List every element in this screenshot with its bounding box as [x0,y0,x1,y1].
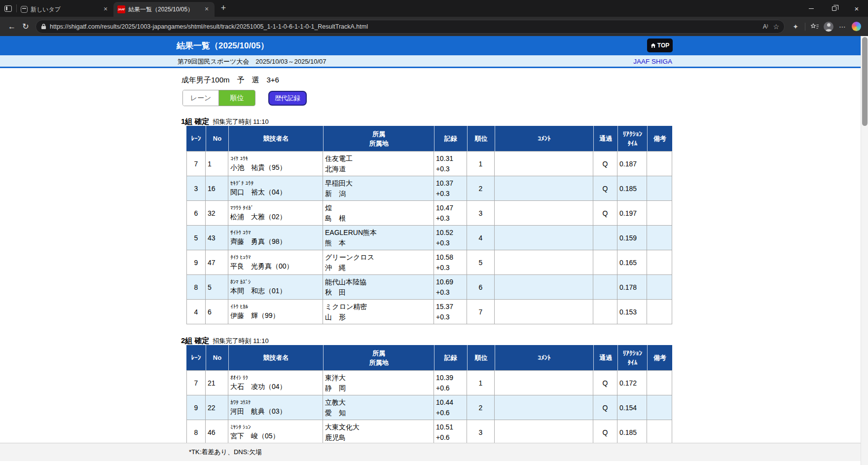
all-time-records-button[interactable]: 歴代記録 [268,91,307,106]
mark-cell: 10.69+0.3 [434,275,467,300]
affiliation-cell-line1: 能代山本陸協 [325,277,432,287]
favorites-icon[interactable] [808,20,822,34]
top-button[interactable]: TOP [647,39,673,52]
bib-number-cell: 21 [206,371,228,395]
note-cell [647,275,672,300]
extensions-icon[interactable]: ✦ [789,20,802,34]
restore-icon [832,6,836,11]
note-cell [647,176,672,201]
top-button-label: TOP [657,42,669,49]
restore-button[interactable] [823,0,845,17]
back-button[interactable]: ← [5,20,19,34]
profile-avatar[interactable] [822,20,835,34]
affiliation-cell-line1: 大東文化大 [325,422,432,432]
close-tab-icon[interactable]: × [102,5,109,13]
url-text[interactable]: https://shigatf.com/results/2025/1003-ja… [50,23,760,30]
mark-cell-line1: 10.58 [436,252,465,263]
group-title: 2組 確定 [181,336,210,345]
athlete-name-cell-line2: 宮下 峻（05） [230,431,321,441]
minimize-button[interactable] [800,0,823,17]
athlete-name-cell-line2: 小池 祐貴（95） [230,162,321,173]
lane-view-button[interactable]: レーン [183,90,219,106]
bib-number-cell: 46 [206,420,228,445]
header-row: ﾚｰﾝNo競技者名所属 所属地記録順位ｺﾒﾝﾄ通過ﾘｱｸｼｮﾝ ﾀｲﾑ備考 [186,126,672,152]
column-header: 順位 [467,126,495,152]
pass-cell: Q [593,371,617,395]
mark-cell-line1: 10.47 [436,203,465,213]
place-cell: 1 [467,152,495,176]
scrollbar-thumb[interactable] [862,37,868,126]
affiliation-cell-line2: 秋 田 [325,287,432,298]
reaction-time-cell: 0.153 [617,300,647,324]
results-table: ﾚｰﾝNo競技者名所属 所属地記録順位ｺﾒﾝﾄ通過ﾘｱｸｼｮﾝ ﾀｲﾑ備考721… [186,345,672,445]
pass-cell: Q [593,395,617,420]
toolbar-divider [805,23,805,31]
result-row: 316ｾｷｸﾞﾁ ﾕｳﾀ関口 裕太（04）早稲田大新 潟10.37+0.32Q0… [186,176,672,201]
athlete-name-cell: ｻｲﾄｳ ﾕｳﾏ齊藤 勇真（98） [228,226,323,250]
affiliation-cell-line2: 沖 縄 [325,263,432,273]
bib-number-cell: 6 [206,300,228,324]
place-cell: 7 [467,300,495,324]
note-cell [647,226,672,250]
reaction-time-cell: 0.185 [617,176,647,201]
lane-cell: 4 [186,300,206,324]
athlete-name-cell: ｾｷｸﾞﾁ ﾕｳﾀ関口 裕太（04） [228,176,323,201]
result-row: 71ｺｲｹ ﾕｳｷ小池 祐貴（95）住友電工北海道10.31+0.31Q0.18… [186,152,672,176]
athlete-name-cell: ﾐﾔｼﾀ ｼｭﾝ宮下 峻（05） [228,420,323,445]
mark-cell-line2: +0.3 [436,213,465,224]
toolbar-actions: ✦ ⋯ [789,20,863,34]
mark-cell-line1: 10.37 [436,178,465,189]
meet-title: 第79回国民スポーツ大会 2025/10/03～2025/10/07 [178,55,326,68]
close-tab-icon[interactable]: × [203,5,211,13]
read-aloud-icon[interactable]: A) [763,23,768,30]
reaction-time-cell: 0.159 [617,226,647,250]
favorite-star-icon[interactable]: ☆ [773,23,779,31]
column-header: 記録 [434,126,467,152]
mark-cell-line1: 10.52 [436,228,465,238]
athlete-name-cell-line2: 関口 裕太（04） [230,187,321,197]
column-header: ｺﾒﾝﾄ [495,126,593,152]
copilot-icon[interactable] [849,20,863,34]
bib-number-cell: 22 [206,395,228,420]
column-header: 記録 [434,345,467,371]
athlete-name-cell-line1: ｲﾄｳ ﾋｶﾙ [230,303,321,310]
affiliation-cell: 住友電工北海道 [323,152,434,176]
group-title: 1組 確定 [181,117,210,125]
rank-view-button[interactable]: 順位 [219,90,255,106]
place-cell: 3 [467,201,495,226]
note-cell [647,201,672,226]
comment-cell [495,176,593,201]
bib-number-cell: 16 [206,176,228,201]
athlete-name-cell-line1: ﾎﾝﾏ ｶｽﾞｼ [230,278,321,286]
column-header: 所属 所属地 [323,345,434,371]
jaaf-shiga-link[interactable]: JAAF SHIGA [633,55,672,68]
refresh-button[interactable]: ↻ [19,20,33,34]
new-tab-button[interactable]: + [217,1,230,15]
comment-cell [495,371,593,395]
column-header: No [206,126,228,152]
close-window-button[interactable]: × [845,0,868,17]
affiliation-cell: グリーンクロス沖 縄 [323,250,434,275]
tab-new-tab[interactable]: 新しいタブ × [17,2,113,17]
settings-more-icon[interactable]: ⋯ [835,20,849,34]
affiliation-cell-line1: 立教大 [325,397,432,408]
mark-cell-line1: 10.51 [436,422,465,432]
pass-cell: Q [593,420,617,445]
result-row: 632ﾏﾂｳﾗ ﾀｲｶﾞ松浦 大雅（02）煌島 根10.47+0.33Q0.19… [186,201,672,226]
lane-cell: 8 [186,275,206,300]
reaction-time-cell: 0.185 [617,420,647,445]
tab-actions-menu[interactable] [0,0,16,17]
comment-cell [495,420,593,445]
pass-cell: Q [593,176,617,201]
page-scrollbar[interactable] [861,36,868,465]
lane-cell: 5 [186,226,206,250]
affiliation-cell-line2: 北海道 [325,164,432,174]
address-bar[interactable]: https://shigatf.com/results/2025/1003-ja… [36,20,785,34]
note-cell [647,152,672,176]
tab-results[interactable]: JAAF 結果一覧（2025/10/05） × [113,2,215,17]
column-header: 競技者名 [228,126,323,152]
mark-cell: 10.44+0.6 [434,395,467,420]
page-header: 結果一覧（2025/10/05） TOP [0,36,868,55]
athlete-name-cell-line1: ﾏﾂｳﾗ ﾀｲｶﾞ [230,204,321,212]
note-cell [647,250,672,275]
